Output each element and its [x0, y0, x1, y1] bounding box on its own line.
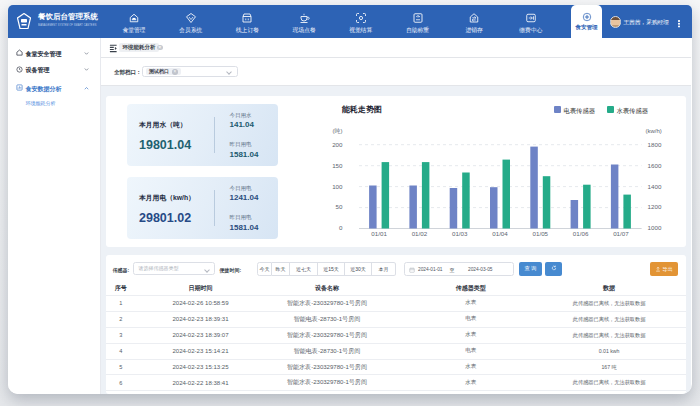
svg-text:(kw/h): (kw/h): [646, 128, 662, 134]
svg-text:1000: 1000: [648, 223, 662, 230]
svg-text:1200: 1200: [648, 203, 662, 210]
svg-text:01/05: 01/05: [533, 230, 549, 237]
svg-text:1600: 1600: [648, 161, 662, 168]
svg-text:电表传感器: 电表传感器: [564, 106, 596, 113]
svg-text:水表传感器: 水表传感器: [617, 106, 649, 113]
svg-text:150: 150: [332, 161, 343, 168]
svg-text:01/02: 01/02: [412, 230, 428, 237]
svg-text:1400: 1400: [648, 182, 662, 189]
svg-text:01/07: 01/07: [613, 230, 629, 237]
svg-text:能耗走势图: 能耗走势图: [341, 105, 382, 114]
svg-text:01/04: 01/04: [492, 230, 508, 237]
svg-text:01/06: 01/06: [573, 230, 589, 237]
svg-text:01/01: 01/01: [371, 230, 387, 237]
svg-text:0: 0: [339, 223, 343, 230]
svg-text:50: 50: [336, 203, 343, 210]
svg-text:1800: 1800: [648, 140, 662, 147]
svg-text:01/03: 01/03: [452, 230, 468, 237]
svg-text:200: 200: [332, 140, 343, 147]
svg-text:100: 100: [332, 182, 343, 189]
svg-text:(吨): (吨): [333, 128, 343, 134]
